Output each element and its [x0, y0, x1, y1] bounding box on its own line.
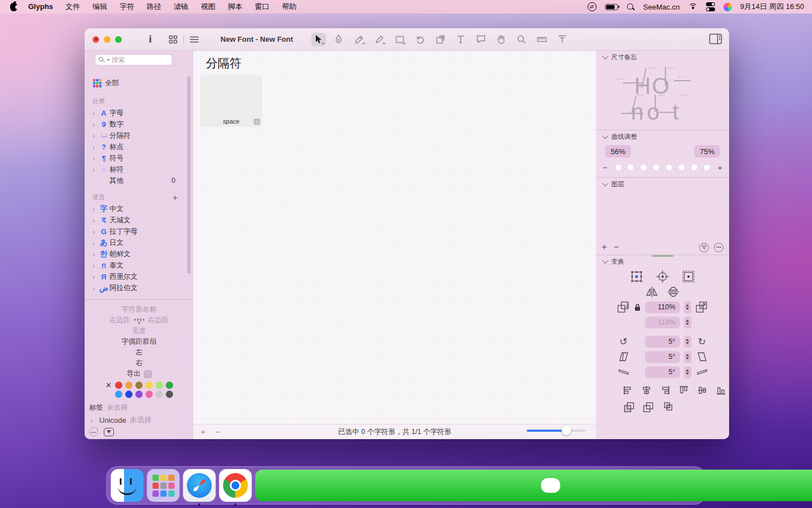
slant-stepper[interactable]: [684, 351, 691, 363]
chevron-right-icon[interactable]: ›: [93, 109, 98, 117]
sidebar-item-symbol[interactable]: › ¶ 符号: [85, 152, 193, 164]
curve-step-radio[interactable]: [666, 164, 672, 170]
scale-down-icon[interactable]: [617, 301, 630, 313]
close-button[interactable]: [92, 36, 99, 43]
chevron-right-icon[interactable]: ›: [93, 239, 98, 247]
lightgray-swatch[interactable]: [156, 391, 163, 398]
spotlight-search-icon[interactable]: [626, 3, 635, 11]
add-language-button[interactable]: +: [173, 192, 178, 202]
list-view-icon[interactable]: [189, 36, 199, 43]
menu-glyph[interactable]: 字符: [113, 0, 140, 14]
measurement-tool[interactable]: [535, 33, 549, 46]
left-sidebearing-field[interactable]: 左边距: [109, 316, 131, 325]
orange-swatch[interactable]: [125, 382, 133, 389]
wifi-icon[interactable]: [689, 3, 698, 10]
dock-chrome-icon[interactable]: [219, 469, 251, 502]
sidebar-item-arabic[interactable]: › ض 阿拉伯文: [85, 282, 193, 294]
color-sphere-icon[interactable]: [723, 3, 732, 11]
mirror-horizontal-icon[interactable]: [645, 286, 659, 298]
curve-start-field[interactable]: 56%: [605, 145, 631, 157]
filter-layers-icon[interactable]: [699, 243, 709, 252]
layers-list[interactable]: [596, 190, 729, 240]
boolean-intersect-icon[interactable]: [660, 401, 674, 413]
export-checkbox[interactable]: [144, 370, 152, 378]
transform-origin-crosshair-icon[interactable]: [656, 270, 669, 283]
chevron-right-icon[interactable]: ›: [91, 416, 96, 424]
battery-icon[interactable]: [605, 4, 618, 10]
menu-help[interactable]: 帮助: [276, 0, 303, 14]
sidebar-item-devanagari[interactable]: › द 天城文: [85, 214, 193, 226]
add-layer-button[interactable]: +: [602, 242, 607, 252]
search-field[interactable]: [95, 54, 173, 65]
sidebar-item-latin[interactable]: › G 拉丁字母: [85, 226, 193, 237]
control-center-icon[interactable]: [706, 2, 715, 11]
sidebar-item-letter[interactable]: › A 字母: [85, 107, 193, 119]
panel-resize-handle[interactable]: [652, 255, 673, 257]
curve-minus-button[interactable]: −: [602, 163, 608, 172]
transform-origin-metrics-icon[interactable]: [682, 270, 695, 283]
export-menu-icon[interactable]: [104, 428, 114, 436]
hand-tool[interactable]: [494, 33, 509, 46]
select-tool[interactable]: [311, 33, 326, 46]
rotate-tool[interactable]: [413, 33, 427, 46]
brown-swatch[interactable]: [135, 382, 143, 389]
curve-end-field[interactable]: 75%: [694, 145, 720, 157]
curve-step-radio[interactable]: [691, 164, 698, 170]
curve-plus-button[interactable]: +: [717, 163, 723, 172]
apple-menu-icon[interactable]: [10, 3, 17, 11]
align-bottom-icon[interactable]: [714, 384, 727, 396]
skew-field[interactable]: 5°: [645, 366, 680, 378]
minimize-button[interactable]: [104, 36, 111, 43]
remove-layer-button[interactable]: −: [614, 242, 619, 252]
menu-script[interactable]: 脚本: [222, 0, 249, 14]
menu-window[interactable]: 窗口: [249, 0, 276, 14]
boolean-subtract-icon[interactable]: [641, 401, 655, 413]
scale-horizontal-field[interactable]: 110%: [645, 301, 680, 313]
sidebar-item-number[interactable]: › 9 数字: [85, 119, 193, 130]
darkgray-swatch[interactable]: [166, 391, 173, 398]
sidebar-item-korean[interactable]: › 한 朝鲜文: [85, 248, 193, 260]
chevron-right-icon[interactable]: ›: [93, 261, 98, 269]
purple-swatch[interactable]: [135, 391, 143, 398]
primitives-tool[interactable]: [392, 33, 407, 46]
more-options-icon[interactable]: •••: [89, 427, 98, 436]
chevron-right-icon[interactable]: ›: [93, 227, 98, 235]
chevron-right-icon[interactable]: ›: [93, 143, 98, 151]
menu-path[interactable]: 路径: [140, 0, 167, 14]
align-center-h-icon[interactable]: [639, 384, 653, 396]
chevron-right-icon[interactable]: ›: [93, 132, 98, 139]
sidebar-item-mark[interactable]: › ◌ 标符: [85, 164, 193, 175]
curve-step-radio[interactable]: [641, 164, 647, 170]
rotate-ccw-icon[interactable]: ↺: [617, 335, 630, 348]
blue-swatch[interactable]: [125, 391, 133, 398]
curve-section-header[interactable]: 曲线调整: [596, 130, 729, 143]
dimensions-section-header[interactable]: 尺寸备忘: [596, 51, 729, 63]
transform-origin-selection-icon[interactable]: [630, 270, 643, 283]
scale-vertical-stepper[interactable]: [684, 317, 691, 329]
sidebar-item-punctuation[interactable]: › ? 标点: [85, 141, 193, 152]
chevron-right-icon[interactable]: ›: [93, 273, 98, 281]
chevron-right-icon[interactable]: ›: [93, 250, 98, 258]
pink-swatch[interactable]: [145, 391, 153, 398]
menu-view[interactable]: 视图: [195, 0, 222, 14]
sidebar-item-japanese[interactable]: › あ 日文: [85, 237, 193, 248]
rotate-cw-icon[interactable]: ↻: [695, 335, 709, 348]
zoom-tool[interactable]: [514, 33, 529, 46]
menu-filter[interactable]: 滤镜: [167, 0, 195, 14]
align-left-icon[interactable]: [621, 384, 634, 396]
font-info-icon[interactable]: i: [149, 33, 152, 45]
green-swatch[interactable]: [166, 382, 173, 389]
layers-more-icon[interactable]: •••: [714, 243, 723, 252]
dock-messages-icon[interactable]: [255, 470, 812, 501]
grid-zoom-slider[interactable]: [527, 430, 586, 432]
glyph-cell-space[interactable]: space u: [200, 75, 262, 127]
chevron-right-icon[interactable]: ›: [93, 120, 98, 128]
glyph-name-field[interactable]: 字符形名称: [85, 304, 193, 315]
menubar-datetime[interactable]: 9月14日 周四 16:50: [740, 2, 804, 12]
curve-step-radio[interactable]: [628, 164, 634, 170]
curve-step-radio[interactable]: [704, 164, 710, 170]
sidebar-item-all[interactable]: 全部: [85, 76, 193, 90]
pen-tool[interactable]: [372, 33, 387, 46]
tags-value[interactable]: 未选择: [107, 403, 128, 413]
zoom-button[interactable]: [115, 36, 122, 43]
